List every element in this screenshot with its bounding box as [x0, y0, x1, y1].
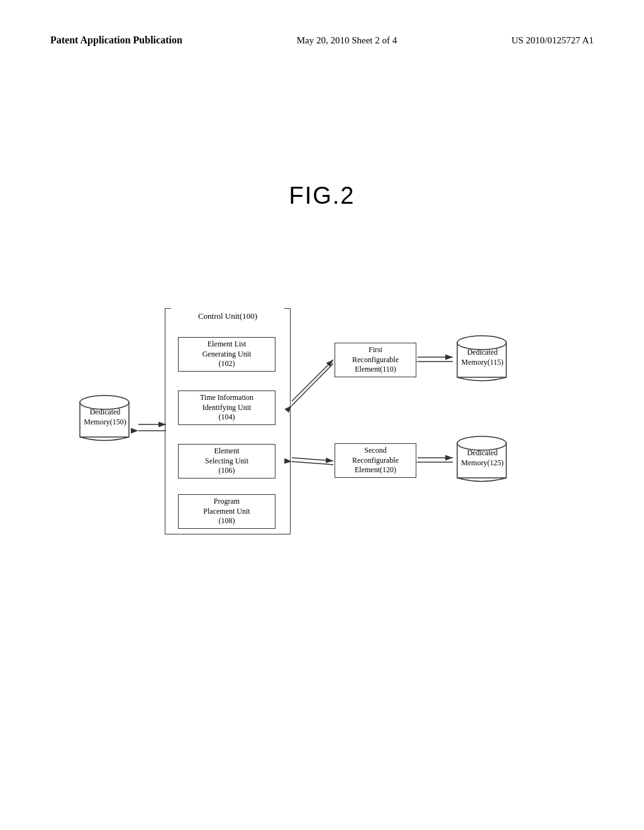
page-header: Patent Application Publication May 20, 2… — [0, 35, 644, 46]
svg-line-4 — [292, 360, 333, 401]
unit-106-label: ElementSelecting Unit(106) — [205, 446, 248, 476]
reconfig-120-label: SecondReconfigurableElement(120) — [352, 446, 399, 475]
unit-108-box: ProgramPlacement Unit(108) — [178, 494, 275, 529]
memory-150-label: DedicatedMemory(150) — [80, 407, 130, 427]
memory-125-label: DedicatedMemory(125) — [457, 448, 508, 468]
reconfig-110-label: FirstReconfigurableElement(110) — [352, 345, 399, 375]
memory-150: DedicatedMemory(150) — [77, 390, 133, 446]
svg-line-7 — [292, 462, 333, 465]
reconfig-120-box: SecondReconfigurableElement(120) — [335, 443, 416, 478]
memory-115-label: DedicatedMemory(115) — [457, 348, 508, 367]
memory-115: DedicatedMemory(115) — [454, 330, 511, 387]
patent-number: US 2010/0125727 A1 — [511, 35, 594, 46]
figure-title: FIG.2 — [289, 182, 355, 209]
unit-102-label: Element ListGenerating Unit(102) — [203, 340, 252, 369]
svg-line-6 — [292, 458, 333, 461]
unit-104-label: Time InformationIdentifying Unit(104) — [200, 393, 253, 423]
memory-125: DedicatedMemory(125) — [454, 431, 511, 487]
reconfig-110-box: FirstReconfigurableElement(110) — [335, 343, 416, 377]
sheet-info: May 20, 2010 Sheet 2 of 4 — [297, 35, 397, 46]
unit-108-label: ProgramPlacement Unit(108) — [203, 497, 250, 526]
unit-102-box: Element ListGenerating Unit(102) — [178, 337, 275, 372]
unit-104-box: Time InformationIdentifying Unit(104) — [178, 390, 275, 425]
control-unit-label: Control Unit(100) — [171, 307, 284, 324]
publication-label: Patent Application Publication — [50, 35, 182, 46]
control-unit-box: Control Unit(100) Element ListGenerating… — [165, 308, 291, 534]
diagram-container: Control Unit(100) Element ListGenerating… — [64, 302, 580, 566]
svg-line-5 — [292, 363, 333, 406]
unit-106-box: ElementSelecting Unit(106) — [178, 444, 275, 479]
